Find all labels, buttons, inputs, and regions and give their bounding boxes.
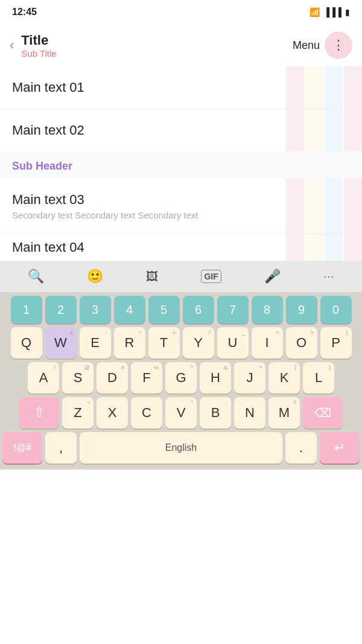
dot-key[interactable]: . [285, 432, 317, 464]
key-t[interactable]: =T [148, 327, 180, 359]
key-4[interactable]: 4 [114, 296, 145, 324]
list-item[interactable]: Main text 03 Secondary text Secondary te… [0, 179, 362, 234]
mic-icon[interactable]: 🎤 [264, 269, 281, 284]
app-bar-left: ‹ Title Sub Title [10, 33, 57, 59]
number-row: 1 2 3 4 5 6 7 8 9 0 [2, 296, 360, 324]
key-c[interactable]: C [131, 397, 162, 429]
key-x[interactable]: X [97, 397, 128, 429]
zxcv-row: ⇧ ~Z X C "V :B .N ?M ⌫ [2, 397, 360, 429]
back-button[interactable]: ‹ [10, 37, 14, 53]
key-h[interactable]: &H [200, 362, 231, 394]
key-d[interactable]: #D [97, 362, 128, 394]
key-n[interactable]: .N [234, 397, 265, 429]
key-9[interactable]: 9 [286, 296, 317, 324]
signal-icon: ▐▐▐ [323, 7, 341, 17]
list-item[interactable]: Main text 04 [0, 234, 362, 261]
key-0[interactable]: 0 [320, 296, 352, 324]
keyboard: 1 2 3 4 5 6 7 8 9 0 Q xW -E ÷R =T /Y _U … [0, 292, 362, 470]
sub-header: Sub Header [0, 151, 362, 179]
dots-icon: ⋮ [332, 37, 346, 53]
key-f[interactable]: %F [131, 362, 162, 394]
key-w[interactable]: xW [45, 327, 77, 359]
keyboard-toolbar: 🔍 🙂 🖼 GIF 🎤 ··· [0, 261, 362, 292]
sym-key[interactable]: !@# [2, 432, 42, 464]
key-m[interactable]: ?M [268, 397, 300, 429]
key-e[interactable]: -E [80, 327, 111, 359]
key-z[interactable]: ~Z [62, 397, 94, 429]
emoji-icon[interactable]: 🙂 [87, 269, 103, 284]
qwerty-row: Q xW -E ÷R =T /Y _U <I >O [P [2, 327, 360, 359]
status-icons: 📶 ▐▐▐ ▮ [310, 7, 350, 17]
key-p[interactable]: [P [320, 327, 352, 359]
key-i[interactable]: <I [252, 327, 283, 359]
key-1[interactable]: 1 [11, 296, 42, 324]
status-bar: 12:45 📶 ▐▐▐ ▮ [0, 0, 362, 24]
key-3[interactable]: 3 [80, 296, 111, 324]
comma-key[interactable]: , [45, 432, 77, 464]
key-v[interactable]: "V [165, 397, 197, 429]
key-o[interactable]: >O [286, 327, 317, 359]
bottom-row: !@# , English . ↵ [2, 432, 360, 464]
menu-label: Menu [293, 39, 320, 52]
enter-key[interactable]: ↵ [320, 432, 360, 464]
asdf-row: !A @S #D %F ^G &H *J (K )L [2, 362, 360, 394]
key-r[interactable]: ÷R [114, 327, 145, 359]
wifi-icon: 📶 [310, 7, 320, 17]
key-a[interactable]: !A [28, 362, 59, 394]
key-6[interactable]: 6 [183, 296, 214, 324]
key-q[interactable]: Q [11, 327, 42, 359]
more-icon[interactable]: ··· [323, 270, 334, 283]
stripes-4 [286, 234, 362, 261]
app-bar-right: Menu ⋮ [293, 31, 352, 59]
status-time: 12:45 [12, 7, 37, 18]
app-title: Title [21, 33, 56, 48]
key-k[interactable]: (K [268, 362, 300, 394]
space-key[interactable]: English [80, 432, 282, 464]
battery-icon: ▮ [345, 7, 350, 17]
search-icon[interactable]: 🔍 [28, 269, 44, 284]
key-j[interactable]: *J [234, 362, 265, 394]
menu-dots-button[interactable]: ⋮ [325, 31, 352, 59]
app-subtitle: Sub Title [21, 48, 56, 59]
key-g[interactable]: ^G [165, 362, 197, 394]
sticker-icon[interactable]: 🖼 [146, 270, 158, 284]
app-bar: ‹ Title Sub Title Menu ⋮ [0, 24, 362, 66]
key-l[interactable]: )L [303, 362, 334, 394]
key-s[interactable]: @S [62, 362, 94, 394]
list-item[interactable]: Main text 01 [0, 66, 362, 109]
shift-key[interactable]: ⇧ [19, 397, 59, 429]
gif-button[interactable]: GIF [201, 270, 221, 283]
stripes-1 [286, 66, 362, 109]
key-5[interactable]: 5 [148, 296, 180, 324]
title-block: Title Sub Title [21, 33, 56, 59]
key-7[interactable]: 7 [217, 296, 249, 324]
content-area: Main text 01 Main text 02 Sub Header Mai… [0, 66, 362, 261]
key-u[interactable]: _U [217, 327, 249, 359]
backspace-key[interactable]: ⌫ [303, 397, 343, 429]
stripes-2 [286, 109, 362, 151]
key-y[interactable]: /Y [183, 327, 214, 359]
stripes-3 [286, 179, 362, 234]
key-2[interactable]: 2 [45, 296, 77, 324]
list-item[interactable]: Main text 02 [0, 109, 362, 151]
key-8[interactable]: 8 [252, 296, 283, 324]
key-b[interactable]: :B [200, 397, 231, 429]
